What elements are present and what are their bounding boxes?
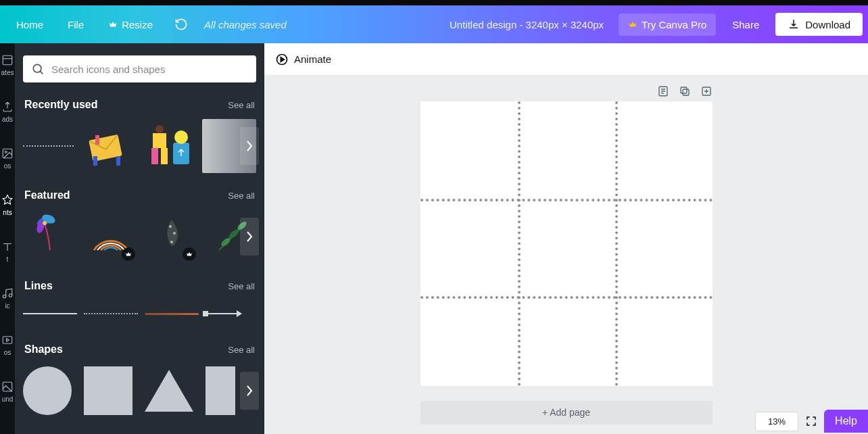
artboard[interactable]	[420, 101, 713, 386]
svg-point-24	[173, 232, 176, 235]
duplicate-icon[interactable]	[679, 85, 691, 97]
element-circle[interactable]	[23, 366, 72, 415]
svg-point-2	[5, 151, 7, 153]
animate-button[interactable]: Animate	[275, 53, 331, 66]
element-brush-line[interactable]	[145, 313, 199, 315]
canvas-toolbar: Animate	[264, 43, 868, 76]
try-canva-pro-button[interactable]: Try Canva Pro	[619, 14, 716, 36]
download-icon	[788, 18, 800, 30]
svg-point-18	[174, 130, 188, 144]
add-page-icon[interactable]	[700, 85, 713, 97]
svg-rect-14	[153, 133, 166, 148]
see-all-recent[interactable]: See all	[228, 100, 255, 110]
scroll-next-recent[interactable]	[240, 127, 259, 165]
add-page-button[interactable]: + Add page	[420, 401, 713, 425]
chevron-right-icon	[245, 140, 254, 152]
tab-text[interactable]: t	[1, 241, 14, 263]
share-button[interactable]: Share	[723, 14, 769, 36]
element-recycle-illustration[interactable]	[141, 119, 195, 173]
element-featured-abstract[interactable]	[145, 210, 199, 264]
side-tabs: ates ads os nts t ic os und	[0, 43, 15, 434]
svg-point-13	[155, 125, 164, 133]
tab-elements[interactable]: nts	[1, 194, 14, 216]
svg-point-4	[9, 294, 12, 297]
svg-rect-11	[93, 156, 97, 166]
element-envelope-illustration[interactable]	[80, 119, 135, 173]
svg-rect-10	[95, 135, 99, 145]
svg-rect-12	[116, 156, 120, 166]
zoom-level[interactable]: 13%	[755, 412, 798, 431]
top-toolbar: Home File Resize All changes saved Untit…	[0, 5, 868, 43]
canvas-area: Animate + Add page 13% Help	[264, 43, 868, 434]
file-button[interactable]: File	[57, 14, 95, 36]
crown-icon	[125, 251, 132, 258]
tab-music[interactable]: ic	[1, 287, 14, 310]
crown-icon	[628, 20, 637, 29]
element-arrow-line[interactable]	[206, 313, 237, 314]
section-title-shapes: Shapes	[24, 343, 63, 356]
scroll-next-shapes[interactable]	[240, 372, 259, 410]
resize-button[interactable]: Resize	[97, 14, 164, 36]
tab-background[interactable]: und	[1, 381, 14, 403]
section-title-featured: Featured	[24, 189, 70, 201]
element-solid-line[interactable]	[23, 313, 77, 314]
svg-point-22	[43, 221, 47, 225]
download-button[interactable]: Download	[775, 13, 863, 36]
svg-point-7	[33, 64, 41, 72]
chevron-right-icon	[245, 385, 254, 397]
elements-panel: Recently used See all Featured S	[15, 43, 264, 434]
search-icon	[31, 62, 45, 76]
element-square[interactable]	[84, 366, 132, 415]
svg-rect-5	[3, 337, 12, 344]
home-button[interactable]: Home	[5, 14, 54, 36]
element-featured-arc[interactable]	[84, 210, 138, 264]
tab-videos[interactable]: os	[1, 334, 14, 356]
svg-rect-31	[683, 89, 689, 95]
element-featured-flower[interactable]	[23, 210, 77, 264]
element-shape-partial[interactable]	[206, 366, 235, 415]
see-all-lines[interactable]: See all	[228, 281, 255, 291]
help-button[interactable]: Help	[824, 410, 868, 433]
svg-rect-16	[161, 148, 168, 164]
element-dotted-line-2[interactable]	[84, 313, 138, 314]
fullscreen-button[interactable]	[804, 414, 819, 429]
section-title-lines: Lines	[24, 280, 53, 292]
search-input[interactable]	[51, 64, 248, 75]
svg-rect-32	[681, 87, 687, 93]
fullscreen-icon	[805, 415, 817, 427]
scroll-next-featured[interactable]	[240, 218, 259, 256]
search-bar[interactable]	[23, 55, 256, 82]
svg-point-27	[228, 228, 241, 240]
page-tools	[657, 85, 713, 97]
svg-rect-15	[151, 148, 158, 164]
document-title[interactable]: Untitled design - 3240px × 3240px	[450, 19, 604, 30]
save-status: All changes saved	[204, 19, 287, 30]
tab-photos[interactable]: os	[1, 147, 14, 170]
svg-point-25	[170, 241, 173, 243]
chevron-right-icon	[245, 231, 254, 243]
element-dotted-line[interactable]	[23, 145, 74, 147]
notes-icon[interactable]	[657, 85, 669, 97]
crown-icon	[186, 251, 193, 258]
element-triangle[interactable]	[145, 370, 193, 412]
section-title-recent: Recently used	[24, 99, 97, 111]
svg-point-3	[3, 295, 6, 298]
svg-rect-0	[3, 55, 12, 65]
undo-icon[interactable]	[174, 18, 188, 31]
tab-templates[interactable]: ates	[1, 54, 14, 76]
tab-uploads[interactable]: ads	[1, 101, 14, 123]
svg-point-23	[169, 225, 172, 228]
animate-icon	[275, 53, 289, 66]
crown-icon	[108, 20, 118, 29]
see-all-featured[interactable]: See all	[228, 191, 255, 201]
svg-point-9	[94, 128, 101, 135]
see-all-shapes[interactable]: See all	[228, 345, 255, 355]
